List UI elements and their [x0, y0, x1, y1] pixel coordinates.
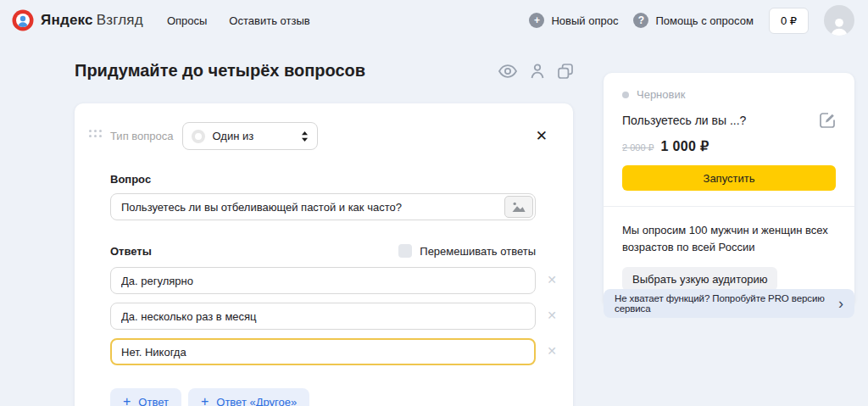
- image-icon: [511, 201, 526, 213]
- question-circle-icon: ?: [633, 13, 648, 28]
- divider: [604, 206, 854, 207]
- main-nav: Опросы Оставить отзыв: [167, 14, 310, 27]
- brand-logo[interactable]: ЯндексВзгляд: [12, 9, 143, 31]
- brand-name: ЯндексВзгляд: [41, 12, 143, 29]
- survey-title-row: Пользуетесь ли вы ...?: [622, 112, 836, 129]
- remove-answer-icon[interactable]: ✕: [547, 345, 557, 357]
- add-other-answer-button[interactable]: + Ответ «Другое»: [188, 388, 309, 406]
- question-type-value: Один из: [213, 130, 254, 142]
- audience-description: Мы опросим 100 мужчин и женщин всех возр…: [622, 222, 836, 255]
- survey-title: Пользуетесь ли вы ...?: [622, 114, 746, 127]
- answer-row: ✕: [110, 267, 536, 294]
- question-type-select[interactable]: Один из: [182, 122, 318, 150]
- new-survey-label: Новый опрос: [551, 14, 618, 27]
- answers-header: Ответы Перемешивать ответы: [110, 244, 536, 258]
- answer-input-3[interactable]: [110, 338, 536, 365]
- balance-button[interactable]: 0 ₽: [769, 8, 809, 34]
- title-action-icons: [498, 64, 573, 79]
- question-input[interactable]: [110, 193, 536, 220]
- plus-icon: +: [123, 395, 131, 406]
- answers-label: Ответы: [110, 245, 152, 258]
- old-price: 2 000 ₽: [622, 142, 654, 153]
- answer-input-1[interactable]: [110, 267, 536, 294]
- answers-list: ✕ ✕ ✕: [110, 267, 536, 365]
- preview-eye-icon[interactable]: [498, 64, 517, 78]
- person-silhouette-icon: [828, 15, 850, 36]
- question-input-row: [110, 193, 536, 220]
- close-question-icon[interactable]: ✕: [536, 129, 548, 143]
- add-answer-buttons: + Ответ + Ответ «Другое»: [110, 388, 536, 406]
- yandex-vzglyad-logo-icon: [12, 9, 34, 31]
- chevron-right-icon: ›: [838, 295, 843, 313]
- answer-input-2[interactable]: [110, 303, 536, 330]
- remove-answer-icon[interactable]: ✕: [547, 309, 557, 321]
- status-dot-icon: [622, 92, 629, 98]
- title-row: Придумайте до четырёх вопросов: [75, 61, 573, 81]
- pro-upsell-banner[interactable]: Не хватает функций? Попробуйте PRO верси…: [604, 289, 854, 318]
- new-survey-button[interactable]: + Новый опрос: [529, 13, 618, 28]
- help-label: Помощь с опросом: [655, 14, 753, 27]
- header-actions: + Новый опрос ? Помощь с опросом 0 ₽: [529, 5, 854, 36]
- pro-banner-text: Не хватает функций? Попробуйте PRO верси…: [615, 293, 838, 314]
- nav-item-feedback[interactable]: Оставить отзыв: [229, 14, 309, 27]
- page-title: Придумайте до четырёх вопросов: [75, 61, 365, 81]
- question-type-label: Тип вопроса: [110, 130, 174, 142]
- shuffle-label: Перемешивать ответы: [420, 245, 536, 258]
- shuffle-checkbox[interactable]: [398, 244, 412, 258]
- shuffle-answers-toggle[interactable]: Перемешивать ответы: [398, 244, 536, 258]
- question-card: Тип вопроса Один из ✕ Вопрос Ответы: [75, 103, 573, 406]
- radio-option-icon: [192, 130, 205, 143]
- drag-handle-icon[interactable]: [89, 130, 102, 137]
- answer-row: ✕: [110, 303, 536, 330]
- question-card-header: Тип вопроса Один из ✕: [110, 122, 536, 150]
- add-answer-button[interactable]: + Ответ: [110, 388, 181, 406]
- respondent-view-person-icon[interactable]: [531, 64, 544, 79]
- remove-answer-icon[interactable]: ✕: [547, 274, 557, 286]
- answer-row: ✕: [110, 338, 536, 365]
- help-button[interactable]: ? Помощь с опросом: [633, 13, 753, 28]
- plus-icon: +: [201, 395, 209, 406]
- user-avatar[interactable]: [824, 5, 854, 36]
- status-badge: Черновик: [637, 88, 685, 101]
- status-row: Черновик: [622, 88, 836, 101]
- question-label: Вопрос: [110, 173, 536, 186]
- select-arrows-icon: [301, 131, 309, 142]
- duplicate-copy-icon[interactable]: [558, 64, 573, 79]
- survey-summary-card: Черновик Пользуетесь ли вы ...? 2 000 ₽ …: [604, 73, 854, 308]
- launch-button[interactable]: Запустить: [622, 165, 836, 191]
- add-image-button[interactable]: [504, 196, 533, 218]
- choose-audience-button[interactable]: Выбрать узкую аудиторию: [622, 267, 777, 291]
- edit-pencil-icon[interactable]: [819, 112, 836, 129]
- nav-item-surveys[interactable]: Опросы: [167, 14, 207, 27]
- current-price: 1 000 ₽: [661, 138, 709, 154]
- top-header: ЯндексВзгляд Опросы Оставить отзыв + Нов…: [0, 0, 868, 41]
- price-row: 2 000 ₽ 1 000 ₽: [622, 138, 836, 154]
- plus-circle-icon: +: [529, 13, 544, 28]
